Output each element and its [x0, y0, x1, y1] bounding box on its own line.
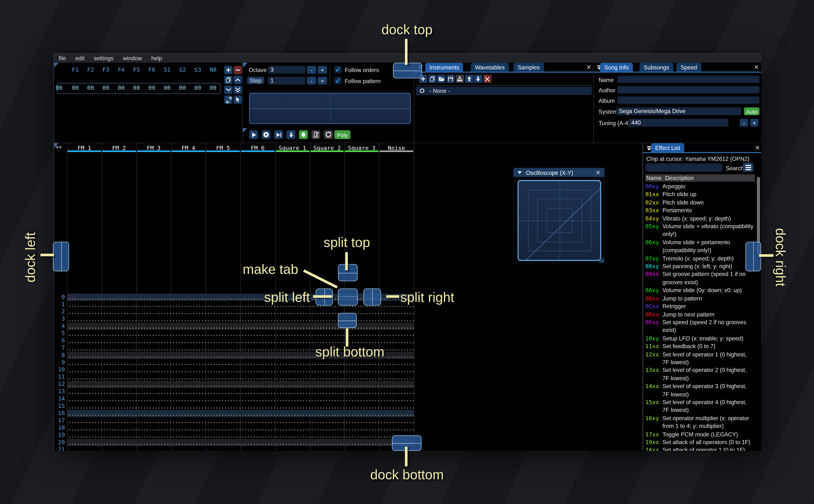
order-cell[interactable]: 00 [69, 85, 82, 91]
make-tab-target[interactable] [338, 288, 357, 306]
channel-header-fm-1[interactable]: FM 1 [67, 143, 102, 153]
poly-button[interactable]: Poly [334, 130, 350, 139]
instrument-folder-open-button[interactable] [437, 75, 446, 83]
channel-header-square-1[interactable]: Square 1 [275, 143, 310, 153]
orders-chevron-double-down-button[interactable] [233, 86, 242, 94]
instrument-save-button[interactable] [447, 75, 455, 83]
system-input[interactable]: Sega Genesis/Mega Drive [616, 107, 741, 115]
tab-effect-list[interactable]: Effect List [651, 143, 684, 152]
effect-row-04xy[interactable]: 04xyVibrato (x: speed; y: depth) [645, 215, 754, 223]
order-cell[interactable]: 00 [99, 85, 113, 91]
close-icon[interactable]: ✕ [595, 170, 601, 176]
effect-row-1Axx[interactable]: 1AxxSet attack of operator 1 (0 to 1F) [645, 446, 754, 451]
channel-header-fm-2[interactable]: FM 2 [102, 143, 136, 153]
instrument-copy-button[interactable] [428, 75, 437, 83]
orders-chevron-up-button[interactable] [233, 76, 242, 84]
transport-play-circle-button[interactable] [261, 130, 270, 139]
order-cell[interactable]: 00 [130, 85, 143, 91]
pattern-row[interactable]: 5 [54, 330, 414, 337]
pattern-corner-label[interactable]: ++ [55, 144, 62, 150]
channel-header-fm-4[interactable]: FM 4 [171, 143, 206, 153]
orders-chevron-down-button[interactable] [224, 86, 233, 94]
effect-row-00xy[interactable]: 00xyArpeggio [645, 183, 754, 190]
order-cell[interactable]: 00 [176, 85, 189, 91]
order-cell[interactable]: 00 [145, 85, 158, 91]
auto-system-button[interactable]: Auto [744, 107, 759, 115]
split-right-target[interactable] [363, 288, 381, 306]
pattern-row[interactable]: 17 [54, 417, 414, 424]
effect-row-12xx[interactable]: 12xxSet level of operator 1 (0 highest, … [645, 351, 754, 367]
close-icon[interactable]: ✕ [755, 145, 760, 151]
menu-item-help[interactable]: help [146, 54, 167, 63]
instrument-list-item[interactable]: - None - [416, 87, 592, 95]
oscilloscope-title-bar[interactable]: Oscilloscope (X-Y) ✕ [513, 168, 604, 177]
name-input[interactable] [617, 76, 760, 83]
channel-header-square-3[interactable]: Square 3 [344, 143, 379, 153]
tab-song-info[interactable]: Song Info [600, 63, 633, 72]
step-input[interactable]: 1 [268, 77, 305, 85]
order-cell[interactable]: 00 [191, 85, 204, 91]
transport-arrow-down-button[interactable] [287, 130, 295, 139]
effect-row-13xx[interactable]: 13xxSet level of operator 2 (0 highest, … [645, 366, 754, 382]
tab-instruments[interactable]: Instruments [425, 63, 464, 72]
dock-right-target[interactable] [745, 242, 761, 271]
orders-minus-button[interactable] [233, 66, 242, 74]
tab-samples[interactable]: Samples [513, 63, 544, 72]
orders-cursor-button[interactable] [233, 95, 242, 104]
menu-item-settings[interactable]: settings [89, 54, 118, 63]
effect-row-11xx[interactable]: 11xxSet feedback (0 to 7) [645, 342, 754, 350]
transport-play-button[interactable] [249, 130, 258, 139]
album-input[interactable] [617, 97, 760, 104]
effect-row-09xx[interactable]: 09xxSet groove pattern (speed 1 if no gr… [645, 271, 754, 287]
instrument-arrow-up-button[interactable] [465, 75, 473, 83]
pattern-row[interactable]: 10 [54, 366, 414, 373]
transport-metronome-button[interactable] [311, 130, 320, 139]
effect-row-06xy[interactable]: 06xyVolume slide + portamento (compatibi… [645, 239, 754, 255]
effect-row-05xy[interactable]: 05xyVolume slide + vibrato (compatibilit… [645, 223, 754, 239]
channel-header-fm-5[interactable]: FM 5 [206, 143, 240, 153]
resize-grip[interactable] [599, 257, 604, 263]
pattern-row[interactable]: 0 [54, 293, 414, 301]
close-icon[interactable]: ✕ [586, 64, 591, 71]
instrument-tree-button[interactable] [456, 75, 464, 83]
effect-row-0Bxx[interactable]: 0BxxJump to pattern [645, 295, 754, 302]
effect-row-02xx[interactable]: 02xxPitch slide down [645, 199, 754, 207]
follow-orders-checkbox[interactable]: ✓ [334, 66, 341, 73]
tab-subsongs[interactable]: Subsongs [640, 63, 673, 72]
octave-plus-button[interactable]: + [318, 66, 327, 74]
tuning-input[interactable]: 440 [629, 119, 729, 127]
tab-speed[interactable]: Speed [677, 63, 701, 72]
close-icon[interactable]: ✕ [754, 64, 759, 71]
oscilloscope-window[interactable]: Oscilloscope (X-Y) ✕ [513, 168, 605, 264]
transport-record-button[interactable] [299, 130, 308, 139]
tuning-minus-button[interactable]: - [740, 119, 748, 127]
tab-wavetables[interactable]: Wavetables [471, 63, 509, 72]
effect-search-input[interactable] [645, 163, 723, 172]
octave-minus-button[interactable]: - [307, 66, 316, 74]
pattern-row[interactable]: 15 [54, 402, 414, 410]
effect-row-10xy[interactable]: 10xySetup LFO (x: enable; y: speed) [645, 335, 754, 342]
pattern-row[interactable]: 18 [54, 424, 414, 431]
step-plus-button[interactable]: + [318, 77, 327, 85]
channel-header-fm-3[interactable]: FM 3 [136, 143, 171, 153]
pattern-row[interactable]: 4 [54, 323, 414, 330]
instrument-delete-x-button[interactable] [483, 75, 492, 83]
author-input[interactable] [617, 86, 760, 93]
effect-row-17xx[interactable]: 17xxToggle PCM mode (LEGACY) [645, 430, 754, 438]
effect-row-0Cxx[interactable]: 0CxxRetrigger [645, 302, 754, 310]
channel-header-fm-6[interactable]: FM 6 [240, 143, 275, 153]
dock-left-target[interactable] [53, 242, 69, 271]
pattern-row[interactable]: 16 [54, 410, 414, 417]
effect-row-07xy[interactable]: 07xyTremolo (x: speed; y: depth) [645, 255, 754, 263]
order-cell[interactable]: 00 [206, 85, 220, 91]
pattern-row[interactable]: 14 [54, 395, 414, 402]
effect-row-0Fxx[interactable]: 0FxxSet speed (speed 2 if no grooves exi… [645, 319, 754, 335]
menu-item-window[interactable]: window [118, 54, 146, 63]
effect-row-14xx[interactable]: 14xxSet level of operator 3 (0 highest, … [645, 382, 754, 398]
transport-play-step-button[interactable] [274, 130, 283, 139]
order-cell[interactable]: 00 [114, 85, 128, 91]
orders-copy-button[interactable] [224, 76, 233, 84]
transport-repeat-button[interactable] [324, 130, 333, 139]
effect-row-0Axy[interactable]: 0AxyVolume slide (0y: down; x0: up) [645, 286, 754, 294]
pattern-row[interactable]: 21 [54, 446, 414, 451]
